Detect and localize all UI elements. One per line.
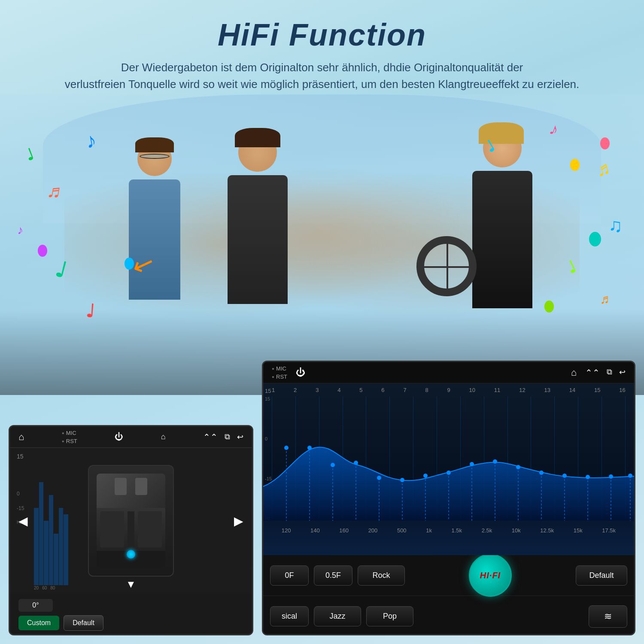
rst-label-left: ● RST [62,438,77,444]
eq-handle-10[interactable] [493,459,497,464]
steering-wheel [416,236,477,296]
seat-top [97,474,165,508]
eq-handle-3[interactable] [331,463,335,467]
eq-handle-12[interactable] [539,471,544,475]
seat-divider [128,511,134,547]
eq-num-4: 4 [337,387,340,393]
eq-num-1: 1 [272,387,275,393]
eq-handle-4[interactable] [354,461,358,465]
recent-icon-right[interactable]: ⧉ [607,368,612,378]
home-icon-right[interactable]: ⌂ [571,367,577,378]
custom-button[interactable]: Custom [18,616,59,630]
top-bar-icons-left: ⌃⌃ ⧉ ↩ [203,432,243,442]
device-right-bottom: 0F 0.5F Rock HI·FI Default sical Jazz Po… [263,555,634,635]
eq-handle-8[interactable] [447,471,451,475]
preset-musical-btn[interactable]: sical [270,606,309,626]
eq-num-10: 10 [469,387,475,393]
freq-12_5k: 12.5k [540,527,554,534]
steering-wheel-area [416,236,502,296]
eq-num-6: 6 [381,387,384,393]
back-icon-right[interactable]: ↩ [619,368,626,378]
freq-15k: 15k [574,527,583,534]
recent-icon-left[interactable]: ⧉ [225,432,230,441]
preset-pop-btn[interactable]: Pop [366,606,413,626]
chevron-up-icon-right[interactable]: ⌃⌃ [585,368,600,378]
db-marker-15: 15 [265,396,272,401]
eq-handle-1[interactable] [284,446,289,450]
person-1-hair [135,137,174,152]
prev-arrow[interactable]: ◀ [18,514,28,528]
preset-0_5f-btn[interactable]: 0.5F [314,565,352,586]
freq-1k: 1k [426,527,432,534]
eq-handle-13[interactable] [562,474,567,478]
person-3-hair [479,122,524,144]
person-2 [223,133,292,305]
equalizer-area: 15 1 2 3 4 5 6 7 8 9 10 11 12 13 14 15 1… [263,383,634,555]
back-icon-left[interactable]: ↩ [237,432,243,442]
power-icon-right[interactable]: ⏻ [296,367,305,378]
freq-2_5k: 2.5k [482,527,492,534]
person-1-head [137,142,172,176]
eq-number-labels: 1 2 3 4 5 6 7 8 9 10 11 12 13 14 15 16 [272,387,626,393]
wheel-spoke-v [447,236,448,296]
devices-section: ⌂ ● MIC ● RST ⏻ ⌂ ⌃⌃ ⧉ ↩ 15 [0,343,644,644]
person-1-body [129,179,180,300]
freq-10k: 10k [512,527,521,534]
hifi-badge: HI·FI [469,554,512,597]
eq-bars-small [34,456,68,585]
eq-handle-14[interactable] [586,475,590,479]
eq-num-14: 14 [569,387,575,393]
eq-num-16: 16 [619,387,625,393]
eq-handle-5[interactable] [377,476,381,480]
eq-num-3: 3 [316,387,319,393]
preset-rock-btn[interactable]: Rock [358,565,405,586]
default-btn-right[interactable]: Default [576,565,627,586]
people-in-car [64,116,580,331]
eq-num-8: 8 [425,387,428,393]
db-indicator-left: 15 [17,453,24,460]
default-button-left[interactable]: Default [64,615,103,631]
down-arrow[interactable]: ▼ [126,578,136,590]
home-icon-left-2[interactable]: ⌂ [161,432,166,441]
presets-row-2: sical Jazz Pop ≋ [263,596,634,635]
chevron-up-icon-left[interactable]: ⌃⌃ [203,432,218,442]
eq-waveform-svg [263,409,634,521]
device-left-bottom-controls: 0° Custom Default [10,594,252,635]
seat-col-2 [138,511,162,547]
desc-line1: Der Wiedergabeton ist dem Originalton se… [121,61,523,74]
person-2-body [228,175,288,304]
eq-handle-7[interactable] [423,474,428,478]
mic-rst-left: ● MIC ● RST [62,430,77,444]
rst-label-right: ● RST [272,374,287,380]
freq-1_5k: 1.5k [452,527,462,534]
preset-jazz-btn[interactable]: Jazz [314,606,361,626]
eq-handle-9[interactable] [470,462,474,466]
seat-col-1 [100,511,124,547]
next-arrow[interactable]: ▶ [234,514,243,528]
person-3-head [483,129,522,167]
home-icon-left[interactable]: ⌂ [18,431,24,443]
page-title: HiFi Function [34,17,610,52]
eq-num-9: 9 [447,387,450,393]
headrest-1 [115,478,127,495]
eq-handle-16[interactable] [628,474,632,478]
eq-handle-6[interactable] [400,478,404,482]
person-1-glasses [140,154,170,159]
eq-handle-11[interactable] [516,465,520,469]
sound-settings-btn[interactable]: ≋ [589,605,627,628]
eq-num-11: 11 [494,387,500,393]
sound-indicator-dot [127,550,135,559]
eq-num-7: 7 [403,387,406,393]
eq-handle-2[interactable] [307,446,312,450]
device-left: ⌂ ● MIC ● RST ⏻ ⌂ ⌃⌃ ⧉ ↩ 15 [9,425,253,635]
page-header: HiFi Function Der Wiedergabeton ist dem … [0,0,644,101]
preset-0f-btn[interactable]: 0F [270,565,309,586]
frequency-labels: 120 140 160 200 500 1k 1.5k 2.5k 10k 12.… [272,527,626,534]
mic-label-right: ● MIC [272,365,287,372]
db-level-label: 15 [265,388,271,394]
desc-line2: verlustfreien Tonquelle wird so weit wie… [65,78,580,91]
power-icon-left[interactable]: ⏻ [115,432,123,442]
seat-middle [97,508,165,551]
eq-handle-15[interactable] [609,474,613,479]
mic-rst-right: ● MIC ● RST [272,365,287,380]
